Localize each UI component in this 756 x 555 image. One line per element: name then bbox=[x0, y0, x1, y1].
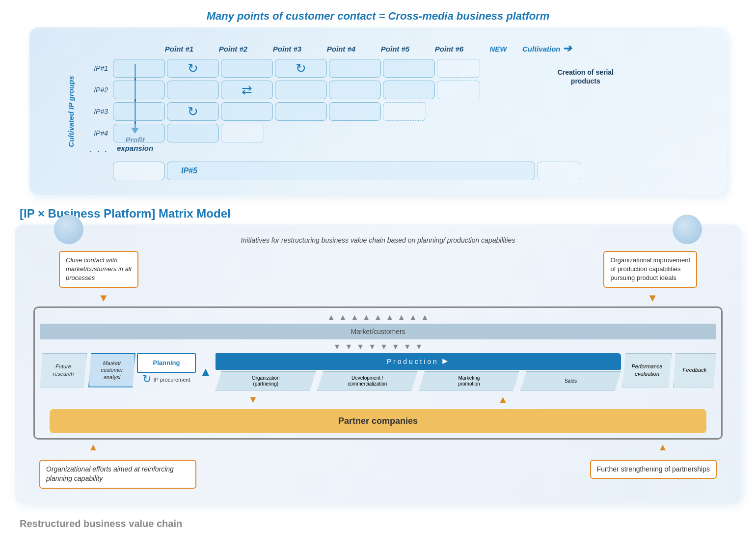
ip1-cells: ↻ ↻ bbox=[113, 59, 480, 78]
market-analysis-box: Market/ customer analysi bbox=[88, 353, 135, 388]
market-bar: Market/customers bbox=[40, 324, 716, 339]
cycle-arrow-4: ↻ bbox=[188, 105, 198, 118]
future-research-box: Future research bbox=[40, 353, 87, 388]
ip1-cell3 bbox=[221, 59, 273, 78]
production-sub-steps: Organization (partnering) Development / … bbox=[216, 371, 621, 391]
up-arrow-8: ▲ bbox=[409, 313, 417, 322]
orange-arrow-right: ▼ bbox=[647, 292, 658, 305]
bottom-left-text: Organizational efforts aimed at reinforc… bbox=[46, 465, 174, 483]
point-new-header: NEW bbox=[476, 45, 520, 53]
ip2-cell2 bbox=[167, 81, 219, 99]
organization-label: Organization (partnering) bbox=[252, 375, 280, 387]
top-down-arrows: ▼ ▼ bbox=[98, 292, 658, 305]
down-arrow-4: ▼ bbox=[368, 342, 376, 351]
serial-products-label: Creation of serial products bbox=[558, 68, 614, 85]
ip4-cell2 bbox=[167, 124, 219, 142]
bottom-left-box: Organizational efforts aimed at reinforc… bbox=[39, 460, 196, 489]
partner-companies-box: Partner companies bbox=[50, 409, 706, 433]
ip5-new-cell bbox=[537, 162, 580, 180]
ip2-new-cell bbox=[437, 81, 480, 99]
bottom-annotations-row: Organizational efforts aimed at reinforc… bbox=[29, 460, 727, 489]
feedback-label: Feedback bbox=[683, 366, 706, 373]
down-arrow-6: ▼ bbox=[392, 342, 400, 351]
ip4-cells bbox=[113, 124, 264, 142]
ip5-cell1 bbox=[113, 162, 165, 180]
ip2-label: IP#2 bbox=[74, 86, 113, 94]
ip2-cells: ⇄ bbox=[113, 81, 480, 99]
cycle-arrow-1: ↻ bbox=[188, 62, 198, 75]
up-arrow-6: ▲ bbox=[386, 313, 394, 322]
development-label: Development / commercialization bbox=[348, 375, 387, 387]
restructured-title: Restructured business value chain bbox=[0, 513, 756, 532]
ip1-cell5 bbox=[329, 59, 381, 78]
ip2-cell3: ⇄ bbox=[221, 81, 273, 99]
up-arrow-7: ▲ bbox=[398, 313, 405, 322]
point-5-header: Point #5 bbox=[368, 45, 422, 53]
bottom-orange-arr-right: ▲ bbox=[658, 442, 668, 453]
dots-row: · · · bbox=[74, 145, 712, 157]
bottom-orange-arr-left: ▲ bbox=[88, 442, 98, 453]
planning-cycle-icon: ↻ bbox=[142, 373, 151, 386]
corner-circle-left bbox=[54, 215, 83, 244]
point-6-header: Point #6 bbox=[422, 45, 476, 53]
ip1-row: IP#1 ↻ ↻ bbox=[74, 59, 712, 78]
initiatives-title: Initiatives for restructuring business v… bbox=[29, 236, 727, 244]
down-arrow-5: ▼ bbox=[380, 342, 388, 351]
annotation-right-box: Organizational improvement of production… bbox=[603, 251, 697, 288]
dots: · · · bbox=[74, 145, 113, 157]
marketing-label: Marketing promotion bbox=[458, 375, 480, 387]
ip1-cell2: ↻ bbox=[167, 59, 219, 78]
ip4-row: IP#4 bbox=[74, 124, 712, 142]
ip-rows-area: Profit expansion IP#1 ↻ ↻ bbox=[74, 59, 712, 180]
up-arrow-1: ▲ bbox=[327, 313, 335, 322]
up-arrow-3: ▲ bbox=[351, 313, 358, 322]
ip3-cell5 bbox=[329, 102, 381, 121]
orange-arrow-left: ▼ bbox=[98, 292, 109, 305]
down-arrow-3: ▼ bbox=[356, 342, 364, 351]
ip1-new-cell bbox=[437, 59, 480, 78]
ip1-cell6 bbox=[383, 59, 435, 78]
sub-organization: Organization (partnering) bbox=[216, 371, 316, 391]
up-arrow-4: ▲ bbox=[362, 313, 370, 322]
up-arrows-market: ▲ ▲ ▲ ▲ ▲ ▲ ▲ ▲ ▲ bbox=[40, 313, 716, 322]
feedback-box: Feedback bbox=[673, 353, 716, 388]
top-annotation-area: Close contact with market/customers in a… bbox=[59, 251, 697, 288]
corner-circle-right bbox=[673, 215, 702, 244]
ip3-label: IP#3 bbox=[74, 108, 113, 115]
blue-up-arrow: ▲ bbox=[199, 364, 212, 380]
process-steps-row: Future research Market/ customer analysi… bbox=[40, 353, 716, 391]
ip5-label: IP#5 bbox=[181, 166, 197, 175]
serial-lines-svg bbox=[489, 78, 548, 117]
ip4-new-cell bbox=[221, 124, 264, 142]
point-4-header: Point #4 bbox=[314, 45, 368, 53]
ip4-label: IP#4 bbox=[74, 129, 113, 137]
planning-box: Planning bbox=[137, 353, 196, 373]
process-diagram-box: ▲ ▲ ▲ ▲ ▲ ▲ ▲ ▲ ▲ Market/customers ▼ ▼ ▼… bbox=[33, 306, 723, 440]
sub-sales: Sales bbox=[520, 371, 621, 391]
up-arrow-2: ▲ bbox=[339, 313, 347, 322]
point-1-header: Point #1 bbox=[152, 45, 206, 53]
market-analysis-label: Market/ customer analysi bbox=[101, 360, 123, 381]
down-arrow-1: ▼ bbox=[333, 342, 341, 351]
ip1-cell4: ↻ bbox=[275, 59, 327, 78]
down-arrow-2: ▼ bbox=[345, 342, 352, 351]
prod-arrow-right: ► bbox=[441, 356, 450, 366]
point-2-header: Point #2 bbox=[206, 45, 260, 53]
ip5-cells: IP#5 bbox=[113, 162, 580, 180]
annotation-right-text: Organizational improvement of production… bbox=[610, 256, 690, 281]
planning-cycle-area: ↻ IP procurement bbox=[142, 374, 190, 386]
orange-conn-2: ▲ bbox=[498, 394, 508, 405]
up-arrow-9: ▲ bbox=[421, 313, 429, 322]
up-arrow-5: ▲ bbox=[374, 313, 382, 322]
matrix-container: Cultivated IP groups Point #1 Point #2 P… bbox=[29, 28, 727, 195]
production-group: P r o d u c t i o n ► Organization (part… bbox=[216, 353, 621, 391]
production-label: P r o d u c t i o n bbox=[387, 358, 437, 365]
step-planning: Planning ↻ IP procurement bbox=[137, 353, 196, 391]
cultivation-label: Cultivation ➔ bbox=[522, 42, 571, 55]
sales-label: Sales bbox=[565, 378, 577, 384]
points-header-row: Point #1 Point #2 Point #3 Point #4 Poin… bbox=[113, 42, 712, 55]
top-section: Many points of customer contact = Cross-… bbox=[0, 0, 756, 200]
bottom-section: Initiatives for restructuring business v… bbox=[15, 224, 741, 503]
step-market-analysis: Market/ customer analysi bbox=[88, 353, 135, 391]
ip2-cell1 bbox=[113, 81, 165, 99]
